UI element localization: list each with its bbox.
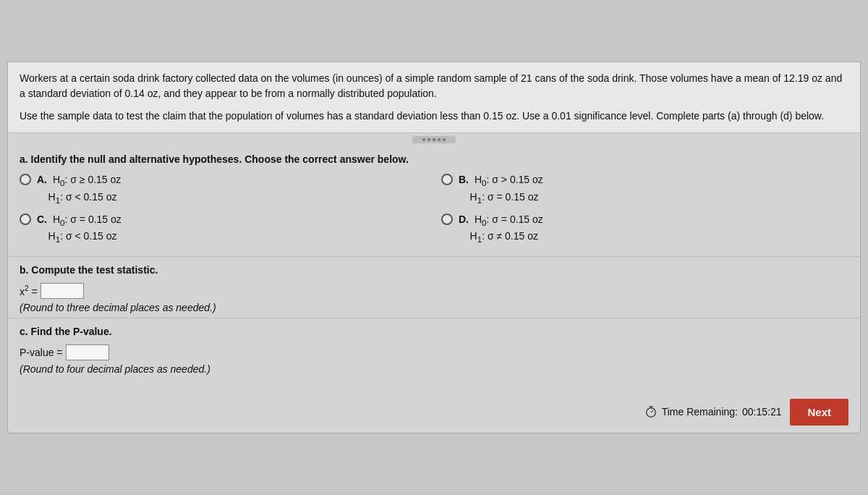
option-a-label: A. <box>37 174 47 185</box>
part-c-title: c. Find the P-value. <box>20 326 848 337</box>
option-b: B. H0: σ > 0.15 oz H1: σ = 0.15 oz <box>441 172 848 206</box>
radio-b[interactable] <box>441 174 453 185</box>
option-c-h0: H0: σ = 0.15 oz <box>53 213 122 225</box>
option-b-h1: H1: σ = 0.15 oz <box>459 191 538 203</box>
part-c-note: (Round to four decimal places as needed.… <box>20 363 848 375</box>
part-b-title: b. Compute the test statistic. <box>20 264 848 276</box>
paragraph2: Use the sample data to test the claim th… <box>20 109 848 124</box>
option-d: D. H0: σ = 0.15 oz H1: σ ≠ 0.15 oz <box>441 212 848 246</box>
option-d-h0: H0: σ = 0.15 oz <box>475 213 543 225</box>
pvalue-row: P-value = <box>20 344 848 360</box>
chi-square-row: x2 = <box>20 283 848 299</box>
option-b-h0: H0: σ > 0.15 oz <box>475 174 543 185</box>
option-c-h1: H1: σ < 0.15 oz <box>37 230 116 242</box>
option-a: A. H0: σ ≥ 0.15 oz H1: σ < 0.15 oz <box>20 172 427 206</box>
option-c-label: C. <box>37 213 47 225</box>
radio-a[interactable] <box>20 174 31 185</box>
timer-area: Time Remaining: 00:15:21 <box>644 405 782 418</box>
radio-d[interactable] <box>441 213 453 225</box>
dot5 <box>443 138 446 141</box>
option-a-text: A. H0: σ ≥ 0.15 oz H1: σ < 0.15 oz <box>37 172 121 206</box>
dot2 <box>427 138 430 141</box>
dot3 <box>433 138 435 141</box>
chi-square-input[interactable] <box>41 283 84 299</box>
next-button[interactable]: Next <box>790 399 848 426</box>
options-grid: A. H0: σ ≥ 0.15 oz H1: σ < 0.15 oz B. H0… <box>20 172 848 245</box>
option-d-text: D. H0: σ = 0.15 oz H1: σ ≠ 0.15 oz <box>459 212 543 246</box>
dot1 <box>422 138 425 141</box>
section-b: b. Compute the test statistic. x2 = (Rou… <box>8 257 860 318</box>
main-container: Workers at a certain soda drink factory … <box>7 62 861 433</box>
pvalue-label: P-value = <box>20 347 63 358</box>
option-c: C. H0: σ = 0.15 oz H1: σ < 0.15 oz <box>20 212 427 246</box>
option-b-label: B. <box>459 174 469 185</box>
part-a-title: a. Identify the null and alternative hyp… <box>20 153 848 165</box>
svg-point-0 <box>646 408 655 418</box>
option-c-text: C. H0: σ = 0.15 oz H1: σ < 0.15 oz <box>37 212 122 246</box>
paragraph1: Workers at a certain soda drink factory … <box>20 71 848 101</box>
footer: Time Remaining: 00:15:21 Next <box>633 392 860 433</box>
divider-dots <box>412 136 456 143</box>
option-d-label: D. <box>459 213 469 225</box>
divider-bar <box>8 133 860 146</box>
timer-value: 00:15:21 <box>742 406 782 418</box>
option-a-h1: H1: σ < 0.15 oz <box>37 191 116 203</box>
option-a-h0: H0: σ ≥ 0.15 oz <box>53 174 121 185</box>
pvalue-input[interactable] <box>66 344 109 360</box>
chi-square-label: x2 = <box>20 284 38 297</box>
radio-c[interactable] <box>20 213 31 225</box>
option-d-h1: H1: σ ≠ 0.15 oz <box>459 230 538 242</box>
timer-icon <box>644 405 658 418</box>
section-a: a. Identify the null and alternative hyp… <box>8 146 860 256</box>
timer-label: Time Remaining: <box>662 406 738 418</box>
part-b-note: (Round to three decimal places as needed… <box>20 302 848 313</box>
problem-text: Workers at a certain soda drink factory … <box>8 62 860 133</box>
dot4 <box>438 138 441 141</box>
svg-line-2 <box>651 410 653 412</box>
option-b-text: B. H0: σ > 0.15 oz H1: σ = 0.15 oz <box>459 172 543 206</box>
